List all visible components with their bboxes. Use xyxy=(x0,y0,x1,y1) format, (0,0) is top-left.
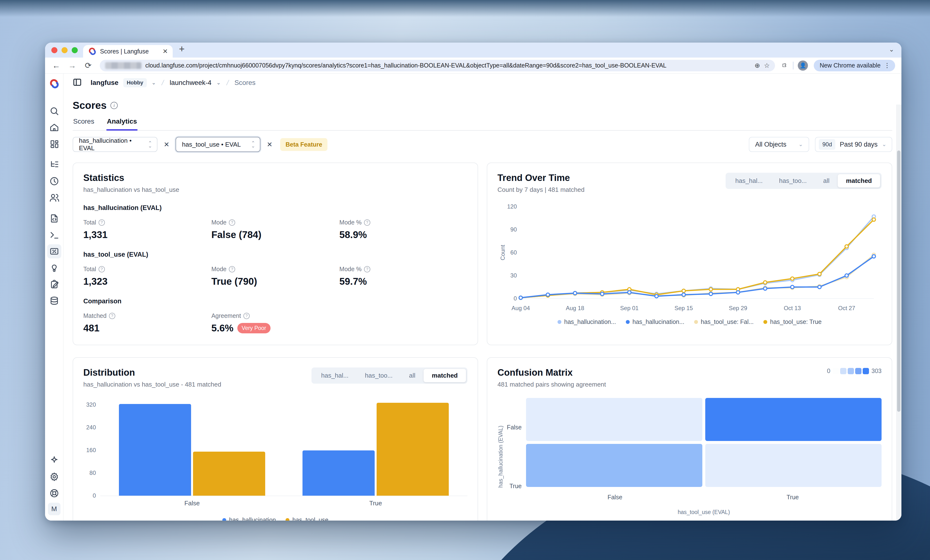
sidebar-item-whats-new[interactable] xyxy=(47,453,61,467)
help-icon[interactable]: ? xyxy=(99,266,105,272)
forward-button[interactable]: → xyxy=(65,61,79,70)
desktop-top-shade xyxy=(0,0,930,17)
date-range-select[interactable]: 90d Past 90 days ⌄ xyxy=(815,137,892,152)
help-icon[interactable]: ? xyxy=(364,266,370,272)
sidebar-item-scores[interactable] xyxy=(47,244,61,258)
object-type-select[interactable]: All Objects ⌄ xyxy=(749,137,809,152)
bar-has_hallucination-true[interactable] xyxy=(302,450,375,496)
cm-cell-true-true[interactable] xyxy=(705,444,882,487)
user-avatar[interactable]: M xyxy=(48,503,60,515)
sidebar-item-prompts[interactable] xyxy=(47,212,61,226)
score1-value: has_hallucination • EVAL xyxy=(79,137,143,152)
reload-button[interactable]: ⟳ xyxy=(82,61,95,70)
sidebar-item-support[interactable] xyxy=(47,486,61,500)
legend-label: has_tool_use xyxy=(292,517,328,520)
cm-cell-false-false[interactable] xyxy=(526,398,702,441)
org-switcher-chevron-icon[interactable]: ⌄ xyxy=(152,80,156,86)
project-switcher-chevron-icon[interactable]: ⌄ xyxy=(216,80,221,86)
browser-profile-avatar[interactable]: 👤 xyxy=(798,60,808,71)
sidebar-item-evaluators[interactable] xyxy=(47,261,61,275)
sidebar-item-sessions[interactable] xyxy=(47,174,61,188)
database-icon xyxy=(49,296,59,305)
score2-remove-button[interactable]: ✕ xyxy=(266,140,273,149)
extensions-icon[interactable] xyxy=(780,61,788,70)
browser-menu-icon[interactable]: ⋮ xyxy=(884,62,890,69)
help-icon[interactable]: ? xyxy=(229,219,235,226)
legend-item: has_hallucination... xyxy=(557,318,616,325)
sidebar-item-users[interactable] xyxy=(47,190,61,205)
tab-close-icon[interactable]: ✕ xyxy=(163,48,168,54)
legend-label: has_tool_use: True xyxy=(770,318,822,325)
row-label-false: False xyxy=(507,398,526,457)
sidebar-rail: M xyxy=(45,74,63,520)
sidebar-item-home[interactable] xyxy=(47,120,61,135)
breadcrumb-org[interactable]: langfuse xyxy=(91,79,119,87)
sidebar-item-playground[interactable] xyxy=(47,228,61,242)
comparison-section-name: Comparison xyxy=(83,298,467,305)
chart-scope-tab-matched[interactable]: matched xyxy=(423,369,466,382)
cm-cell-true-false[interactable] xyxy=(526,444,702,487)
close-window-button[interactable] xyxy=(51,47,57,53)
back-button[interactable]: ← xyxy=(49,61,63,70)
fullscreen-window-button[interactable] xyxy=(72,47,78,53)
stat-value: 481 xyxy=(83,323,211,334)
bar-has_hallucination-false[interactable] xyxy=(119,404,191,496)
svg-text:Oct 13: Oct 13 xyxy=(784,305,801,311)
legend-label: has_hallucination xyxy=(229,517,276,520)
chart-scope-tab-has_too[interactable]: has_too... xyxy=(357,369,401,382)
page-scrollbar-track[interactable] xyxy=(896,104,901,520)
y-tick-label: 160 xyxy=(86,447,96,454)
help-icon[interactable]: ? xyxy=(99,219,105,226)
score2-value: has_tool_use • EVAL xyxy=(182,141,241,148)
svg-text:Aug 18: Aug 18 xyxy=(566,305,584,311)
scores-percent-icon xyxy=(49,247,59,256)
lifebuoy-icon xyxy=(49,488,59,498)
score1-remove-button[interactable]: ✕ xyxy=(163,140,170,149)
bookmark-star-icon[interactable]: ☆ xyxy=(764,62,770,69)
chart-scope-tab-has_hal[interactable]: has_hal... xyxy=(313,369,357,382)
sidebar-item-annotation[interactable] xyxy=(47,277,61,291)
url-text[interactable]: cloud.langfuse.com/project/cmhnuoj660007… xyxy=(145,62,751,69)
trend-chart: 0306090120Aug 04Aug 18Sep 01Sep 15Sep 29… xyxy=(497,200,882,315)
tab-scores[interactable]: Scores xyxy=(73,118,95,130)
stat-value: 1,323 xyxy=(83,276,211,287)
tab-analytics[interactable]: Analytics xyxy=(106,118,137,130)
info-icon[interactable]: i xyxy=(111,102,118,109)
chrome-update-chip[interactable]: New Chrome available ⋮ xyxy=(814,60,895,71)
url-bar[interactable]: cloud.langfuse.com/project/cmhnuoj660007… xyxy=(100,60,775,71)
page-scrollbar-thumb[interactable] xyxy=(897,150,901,412)
comparison-grid-row1: Matched? 481 Agreement? 5.6%Very Poor xyxy=(83,312,467,334)
zoom-icon[interactable]: ⊕ xyxy=(754,62,760,69)
help-icon[interactable]: ? xyxy=(243,313,250,319)
sidebar-item-datasets[interactable] xyxy=(47,294,61,308)
browser-tab-active[interactable]: Scores | Langfuse ✕ xyxy=(83,45,173,58)
y-tick-label: 320 xyxy=(86,401,96,408)
new-tab-button[interactable]: + xyxy=(179,44,185,54)
score2-select[interactable]: has_tool_use • EVAL ⌃⌄ xyxy=(176,137,260,152)
help-icon[interactable]: ? xyxy=(109,313,115,319)
chart-scope-tab-all[interactable]: all xyxy=(815,174,838,187)
bar-has_tool_use-true[interactable] xyxy=(377,403,449,496)
breadcrumb-page[interactable]: Scores xyxy=(234,79,256,87)
sidebar-item-tracing[interactable] xyxy=(47,158,61,172)
help-icon[interactable]: ? xyxy=(364,219,370,226)
help-icon[interactable]: ? xyxy=(229,266,235,272)
svg-text:Count: Count xyxy=(499,245,506,260)
breadcrumb-project[interactable]: launchweek-4 xyxy=(169,79,211,87)
sidebar-toggle-button[interactable] xyxy=(73,78,82,88)
minimize-window-button[interactable] xyxy=(62,47,68,53)
chart-scope-tab-all[interactable]: all xyxy=(401,369,423,382)
chart-scope-tab-has_too[interactable]: has_too... xyxy=(771,174,815,187)
chart-scope-tab-has_hal[interactable]: has_hal... xyxy=(727,174,771,187)
tab-search-icon[interactable]: ⌄ xyxy=(889,46,894,53)
score1-select[interactable]: has_hallucination • EVAL ⌃⌄ xyxy=(73,137,157,152)
sidebar-item-dashboards[interactable] xyxy=(47,137,61,151)
chart-scope-tab-matched[interactable]: matched xyxy=(838,174,880,187)
sidebar-item-search[interactable] xyxy=(47,104,61,118)
cm-cell-false-true[interactable] xyxy=(705,398,882,441)
bar-has_tool_use-false[interactable] xyxy=(193,452,265,496)
stat-value: 58.9% xyxy=(339,229,467,240)
stat-value: False (784) xyxy=(211,229,340,240)
sidebar-item-settings[interactable] xyxy=(47,470,61,484)
x-category-label: True xyxy=(302,500,449,507)
